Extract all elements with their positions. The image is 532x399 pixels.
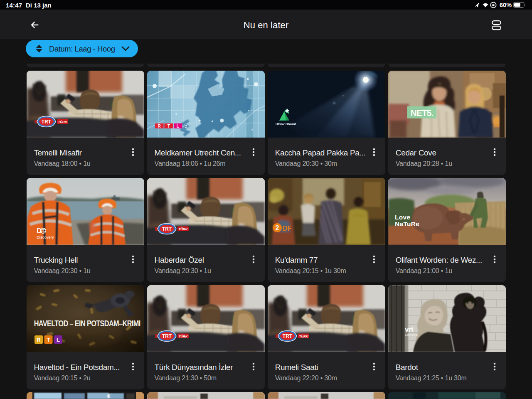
svg-text:DF: DF bbox=[283, 224, 292, 232]
svg-text:CANVAS: CANVAS bbox=[405, 333, 418, 336]
svg-text:R: R bbox=[158, 123, 161, 128]
svg-text:R: R bbox=[37, 337, 41, 343]
svg-text:Discovery: Discovery bbox=[37, 235, 54, 239]
svg-text:60%: 60% bbox=[500, 2, 512, 8]
svg-text:Love: Love bbox=[395, 214, 410, 221]
svg-text:L: L bbox=[57, 337, 60, 343]
svg-text:NaTuRe: NaTuRe bbox=[395, 220, 419, 227]
svg-text:vrt: vrt bbox=[405, 325, 414, 333]
svg-text:5: 5 bbox=[184, 123, 187, 129]
svg-text:T: T bbox=[47, 337, 50, 343]
svg-text:Utsav Bharat: Utsav Bharat bbox=[276, 122, 296, 126]
svg-text:NET5.: NET5. bbox=[411, 108, 433, 117]
svg-text:T: T bbox=[167, 123, 170, 128]
svg-text:HAVELTOD – EIN POTSDAM–KRIMI: HAVELTOD – EIN POTSDAM–KRIMI bbox=[34, 319, 140, 328]
svg-text:2: 2 bbox=[275, 224, 279, 232]
svg-text:L: L bbox=[176, 123, 179, 128]
